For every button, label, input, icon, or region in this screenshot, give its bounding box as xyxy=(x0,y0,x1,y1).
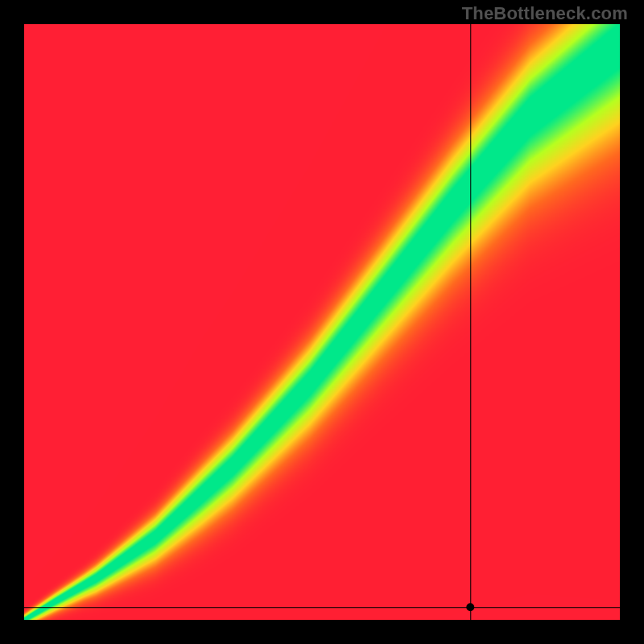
attribution-text: TheBottleneck.com xyxy=(462,3,628,24)
chart-frame: TheBottleneck.com xyxy=(0,0,644,644)
bottleneck-heatmap xyxy=(24,24,620,620)
